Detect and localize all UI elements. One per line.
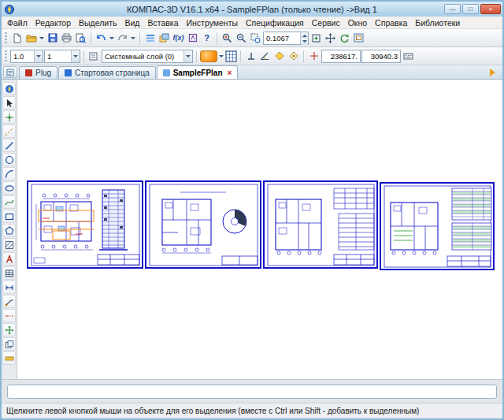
title-bar: КОМПАС-3D V16.1 x64 - SampleFPlan (тольк…: [2, 2, 502, 17]
select-tool-icon[interactable]: [2, 96, 16, 110]
local-snap-icon[interactable]: [287, 50, 300, 63]
refresh-view-icon[interactable]: [338, 32, 351, 45]
grid-toggle-icon[interactable]: [225, 50, 237, 62]
print-icon[interactable]: [60, 32, 73, 45]
circle-tool-icon[interactable]: [2, 153, 16, 166]
line-width-combo[interactable]: 1.0: [10, 50, 43, 63]
menu-item-libraries[interactable]: Библиотеки: [411, 17, 464, 28]
open-dropdown[interactable]: [39, 32, 45, 45]
menu-bar: Файл Редактор Выделить Вид Вставка Инстр…: [2, 17, 502, 29]
zoom-scale-combo[interactable]: 0.1067: [263, 32, 309, 45]
zoom-window-icon[interactable]: [249, 32, 262, 45]
layer-combo[interactable]: Системный слой (0): [102, 50, 193, 63]
angle-snap-icon[interactable]: [258, 50, 272, 63]
menu-item-insert[interactable]: Вставка: [143, 17, 182, 28]
layers-icon[interactable]: [158, 32, 171, 45]
drawing-sheet-2[interactable]: [145, 180, 261, 269]
axis-line-tool-icon[interactable]: [2, 309, 16, 322]
drawing-sheet-4[interactable]: [380, 182, 495, 270]
keyboard-input-icon[interactable]: [402, 50, 415, 63]
zoom-in-icon[interactable]: [220, 32, 234, 45]
point-tool-icon[interactable]: [2, 110, 16, 124]
finish-schedule-table-bottom: [452, 223, 491, 250]
fx-variables-icon[interactable]: f(x): [172, 32, 185, 45]
menu-item-editor[interactable]: Редактор: [32, 17, 75, 28]
spline-tool-icon[interactable]: [2, 195, 16, 209]
close-button[interactable]: ×: [480, 4, 501, 14]
compass-tool-icon[interactable]: [2, 82, 16, 95]
toolbar-separator: [303, 50, 304, 62]
text-tool-icon[interactable]: [2, 252, 16, 266]
print-preview-icon[interactable]: [74, 32, 87, 45]
save-icon[interactable]: [46, 32, 59, 45]
step-dropdown[interactable]: [71, 50, 80, 62]
finish-schedule-table-top: [452, 188, 491, 220]
property-input[interactable]: [7, 385, 497, 399]
layer-states-icon[interactable]: [87, 50, 101, 63]
step-combo[interactable]: 1: [44, 50, 80, 63]
move-tool-icon[interactable]: [2, 323, 16, 336]
show-all-icon[interactable]: [352, 32, 365, 45]
step-value: 1: [47, 52, 51, 61]
ortho-mode-icon[interactable]: [244, 50, 258, 63]
coordinate-y-field[interactable]: 30940.3: [361, 50, 401, 63]
menu-item-tools[interactable]: Инструменты: [183, 17, 242, 28]
arc-tool-icon[interactable]: [2, 167, 16, 180]
open-icon[interactable]: [24, 32, 38, 45]
zoom-scale-spinner[interactable]: [300, 32, 308, 44]
ellipse-tool-icon[interactable]: [2, 181, 16, 195]
menu-item-view[interactable]: Вид: [120, 17, 143, 28]
tab-samplefplan[interactable]: SampleFPlan ×: [157, 65, 239, 79]
drawing-canvas[interactable]: [17, 80, 502, 379]
measure-tool-icon[interactable]: [2, 351, 16, 365]
polygon-tool-icon[interactable]: [2, 224, 16, 237]
zoom-out-icon[interactable]: [235, 32, 248, 45]
toolbar-separator: [240, 50, 241, 62]
copy-tool-icon[interactable]: [2, 337, 16, 351]
maximize-button[interactable]: □: [462, 4, 479, 14]
line-tool-icon[interactable]: [2, 139, 16, 152]
snap-settings-icon[interactable]: [272, 50, 286, 63]
menu-item-service[interactable]: Сервис: [308, 17, 344, 28]
tab-start-page[interactable]: Стартовая страница: [58, 66, 156, 79]
redo-dropdown[interactable]: [130, 32, 136, 45]
drawing-sheet-1[interactable]: [27, 180, 143, 269]
drawing-sheet-3[interactable]: [263, 180, 378, 269]
undo-icon[interactable]: [94, 32, 108, 45]
macro-icon[interactable]: [186, 32, 199, 45]
coordinate-x-field[interactable]: 238617.: [321, 50, 361, 63]
tab-overflow-arrow-icon[interactable]: [490, 69, 499, 76]
line-width-dropdown[interactable]: [34, 50, 43, 62]
minimize-button[interactable]: —: [444, 4, 461, 14]
window-title: КОМПАС-3D V16.1 x64 - SampleFPlan (тольк…: [2, 5, 502, 14]
rectangle-tool-icon[interactable]: [2, 210, 16, 223]
menu-item-window[interactable]: Окно: [344, 17, 371, 28]
redo-icon[interactable]: [116, 32, 129, 45]
current-style-dropdown[interactable]: [218, 50, 224, 63]
menu-item-file[interactable]: Файл: [3, 17, 32, 28]
tab-list-button[interactable]: [3, 66, 17, 78]
tab-close-icon[interactable]: ×: [228, 69, 232, 77]
menu-item-specification[interactable]: Спецификация: [242, 17, 308, 28]
toolbar-grip[interactable]: [5, 50, 7, 61]
new-document-icon[interactable]: [10, 32, 24, 45]
zoom-fit-icon[interactable]: [309, 32, 323, 45]
table-tool-icon[interactable]: [2, 266, 16, 280]
leader-tool-icon[interactable]: [2, 295, 16, 308]
undo-dropdown[interactable]: [109, 32, 115, 45]
pan-icon[interactable]: [324, 32, 337, 45]
document-tab-bar: Plug Стартовая страница SampleFPlan ×: [2, 65, 502, 80]
auxiliary-line-tool-icon[interactable]: [2, 125, 16, 138]
help-icon[interactable]: ?: [200, 32, 213, 45]
toolbar-grip[interactable]: [5, 32, 7, 43]
dimension-tool-icon[interactable]: [2, 281, 16, 294]
current-state-toolbar: 1.0 1 Системный слой (0): [2, 47, 502, 65]
hatch-tool-icon[interactable]: [2, 238, 16, 251]
document-manager-icon[interactable]: [143, 32, 157, 45]
standard-toolbar: f(x) ? 0.1067: [2, 29, 502, 47]
menu-item-help[interactable]: Справка: [371, 17, 411, 28]
tab-plug[interactable]: Plug: [19, 66, 57, 79]
menu-item-select[interactable]: Выделить: [75, 17, 120, 28]
current-style-swatch[interactable]: [200, 50, 217, 62]
layer-dropdown[interactable]: [183, 50, 192, 62]
